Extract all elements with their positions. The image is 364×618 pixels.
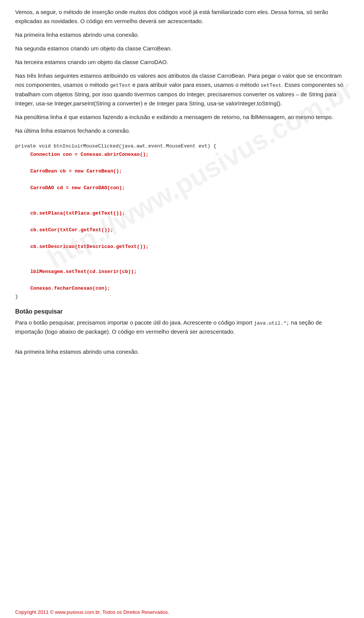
code-line-5: cb.setPlaca(txtPlaca.getText()); [15, 209, 349, 218]
code-line-6-text: cb.setCor(txtCor.getText()); [30, 227, 113, 233]
paragraph-3: Na segunda estamos criando um objeto da … [15, 44, 349, 53]
code-line-9: Conexao.fecharConexao(con); [15, 284, 349, 293]
code-line-9-text: Conexao.fecharConexao(con); [30, 285, 110, 291]
paragraph-8-text-start: Para o botão pesquisar, precisamos impor… [15, 319, 254, 326]
code-line-10: } [15, 293, 349, 301]
code-line-1-text: private void btnIncluirMouseClicked(java… [15, 143, 217, 149]
code-line-2-text: Connection con = Conexao.abrirConexao(); [30, 152, 149, 157]
paragraph-8: Para o botão pesquisar, precisamos impor… [15, 318, 349, 337]
paragraph-8-code: java.util.*; [254, 320, 290, 326]
footer: Copyright 2011 © www.pusivus.com.br, Tod… [0, 606, 364, 618]
section-heading-text: Botão pesquisar [15, 308, 63, 315]
paragraph-5-text-mid: e para atribuir valor para esses, usamos… [131, 82, 261, 88]
paragraph-2: Na primeira linha estamos abrindo uma co… [15, 30, 349, 39]
paragraph-7: Na última linha estamos fechando a conex… [15, 126, 349, 135]
paragraph-9: Na primeira linha estamos abrindo uma co… [15, 347, 349, 356]
code-line-3: CarroBean cb = new CarroBean(); [15, 167, 349, 176]
code-line-10-text: } [15, 294, 18, 300]
code-line-5-text: cb.setPlaca(txtPlaca.getText()); [30, 210, 125, 216]
code-line-8-text: lblMensagem.setText(cd.inserir(cb)); [30, 269, 137, 274]
section-heading: Botão pesquisar [15, 308, 349, 315]
code-line-8: lblMensagem.setText(cd.inserir(cb)); [15, 268, 349, 276]
paragraph-9-text: Na primeira linha estamos abrindo uma co… [15, 348, 139, 355]
code-line-2: Connection con = Conexao.abrirConexao(); [15, 151, 349, 159]
paragraph-4-text: Na terceira estamos criando um objeto da… [15, 59, 168, 65]
paragraph-6-text: Na penúltima linha é que estamos fazendo… [15, 114, 333, 120]
code-line-4: CarroDAO cd = new CarroDAO(con); [15, 184, 349, 192]
paragraph-5: Nas três linhas seguintes estamos atribu… [15, 71, 349, 108]
paragraph-5-code1: getText [110, 83, 131, 88]
paragraph-1-text: Vemos, a seguir, o método de inserção on… [15, 9, 328, 24]
code-line-1: private void btnIncluirMouseClicked(java… [15, 142, 349, 151]
footer-text: Copyright 2011 © www.pusivus.com.br, Tod… [15, 609, 169, 615]
paragraph-4: Na terceira estamos criando um objeto da… [15, 58, 349, 67]
paragraph-2-text: Na primeira linha estamos abrindo uma co… [15, 31, 139, 38]
paragraph-1: Vemos, a seguir, o método de inserção on… [15, 8, 349, 26]
code-line-7-text: cb.setDescricao(txtDescricao.getText()); [30, 244, 149, 249]
paragraph-6: Na penúltima linha é que estamos fazendo… [15, 113, 349, 122]
code-line-7: cb.setDescricao(txtDescricao.getText()); [15, 243, 349, 251]
code-line-4-text: CarroDAO cd = new CarroDAO(con); [30, 185, 125, 191]
paragraph-7-text: Na última linha estamos fechando a conex… [15, 127, 130, 134]
code-block: private void btnIncluirMouseClicked(java… [15, 142, 349, 301]
main-content: http://www.pusivus.com.br Vemos, a segui… [15, 8, 349, 356]
code-line-6: cb.setCor(txtCor.getText()); [15, 226, 349, 234]
paragraph-3-text: Na segunda estamos criando um objeto da … [15, 45, 172, 52]
paragraph-5-code2: setText [260, 83, 281, 88]
code-line-3-text: CarroBean cb = new CarroBean(); [30, 168, 122, 174]
